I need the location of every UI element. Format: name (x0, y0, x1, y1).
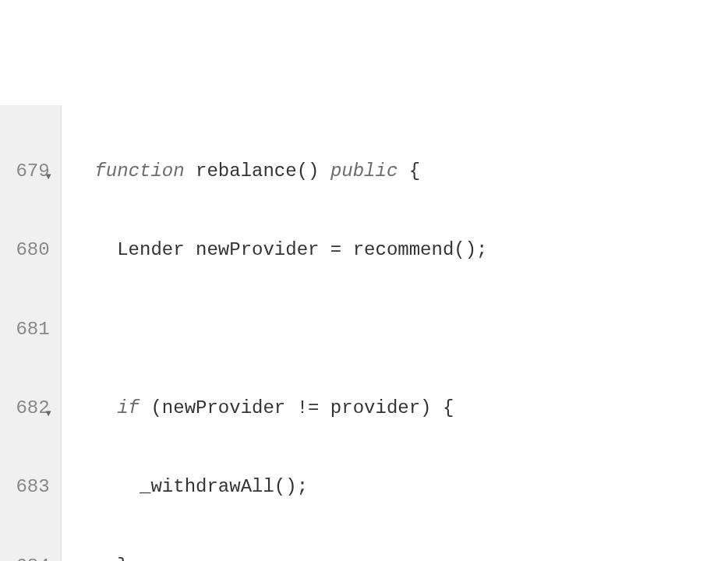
line-number[interactable]: 679▼ (5, 158, 50, 185)
line-number[interactable]: 681 (5, 316, 50, 343)
code-line[interactable]: Lender newProvider = recommend(); (72, 237, 634, 263)
fold-icon[interactable]: ▼ (45, 164, 51, 191)
line-number-gutter: 679▼ 680 681 682▼ 683 684 685 686▼ 687▼ … (0, 105, 62, 561)
line-number[interactable]: 682▼ (5, 395, 50, 422)
code-line[interactable]: function rebalance() public { (72, 158, 634, 185)
code-line[interactable] (72, 316, 634, 343)
line-number[interactable]: 680 (5, 237, 50, 263)
fold-icon[interactable]: ▼ (45, 401, 51, 428)
keyword-public: public (330, 161, 398, 182)
keyword-function: function (94, 161, 184, 182)
code-line[interactable]: _withdrawAll(); (72, 474, 634, 500)
code-area[interactable]: function rebalance() public { Lender new… (62, 105, 634, 561)
code-editor: 679▼ 680 681 682▼ 683 684 685 686▼ 687▼ … (0, 105, 728, 561)
line-number[interactable]: 684 (5, 553, 50, 561)
line-number[interactable]: 683 (5, 474, 50, 500)
code-line[interactable]: } (72, 553, 634, 561)
code-line[interactable]: if (newProvider != provider) { (72, 395, 634, 422)
keyword-if: if (117, 397, 140, 418)
